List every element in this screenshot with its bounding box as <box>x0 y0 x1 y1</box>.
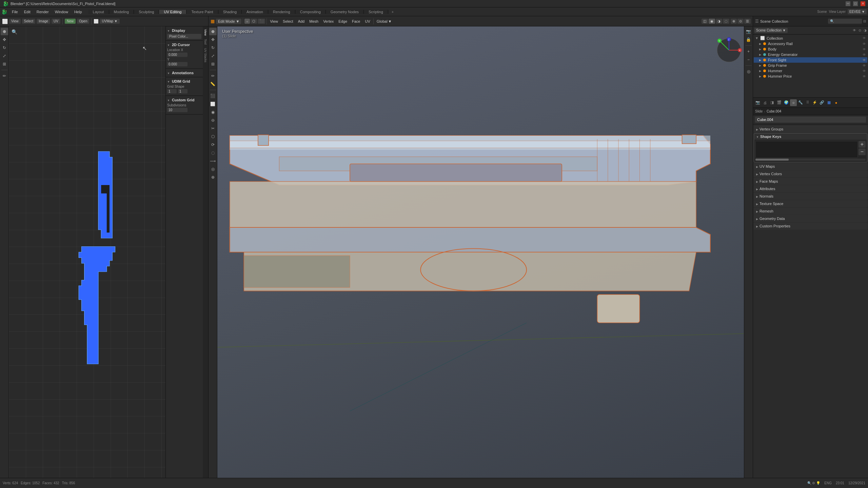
tab-uv-editing[interactable]: UV Editing <box>159 10 186 14</box>
collection-eye[interactable]: 👁 <box>863 36 866 40</box>
uv-uvstacks-tab[interactable]: UV Stacks <box>203 47 208 64</box>
uv-cursor-header[interactable]: 2D Cursor <box>167 42 201 47</box>
select-menu[interactable]: Select <box>281 19 295 24</box>
global-selector[interactable]: Global ▼ <box>375 19 394 24</box>
viewport-edge-slide-tool[interactable]: ⟶ <box>209 157 217 165</box>
tree-hummer-price[interactable]: ▶ Hummer Price 👁 <box>754 74 867 79</box>
eye-icon[interactable]: 👁 <box>853 28 856 32</box>
outliner-filter-btn[interactable]: ⊟ <box>863 19 866 23</box>
breadcrumb-object[interactable]: Cube.004 <box>767 109 781 113</box>
props-view-layer-tab[interactable]: ◨ <box>769 99 775 106</box>
uv-view-menu[interactable]: View <box>9 19 21 24</box>
tab-layout[interactable]: Layout <box>88 10 109 14</box>
viewport-poly-tool[interactable]: ⬡ <box>209 133 217 140</box>
uv-udim-header[interactable]: UDIM Grid <box>167 79 201 84</box>
collection-root[interactable]: ▼ ⬜ Collection 👁 <box>754 35 867 41</box>
props-world-tab[interactable]: 🌍 <box>783 99 790 106</box>
viewport-push-pull-tool[interactable]: ⊕ <box>209 174 217 181</box>
face-menu[interactable]: Face <box>350 19 362 24</box>
scene-collection-btn[interactable]: Scene Collection ▼ <box>754 28 788 33</box>
viewport-scale-tool[interactable]: ⤢ <box>209 52 217 60</box>
view-zoom-in-btn[interactable]: + <box>745 48 752 55</box>
shape-key-remove-btn[interactable]: − <box>859 148 866 155</box>
props-object-tab[interactable]: ○ <box>790 99 797 106</box>
vertex-select-btn[interactable]: ⬦ <box>244 19 250 24</box>
uv-select-menu[interactable]: Select <box>22 19 36 24</box>
view-local-btn[interactable]: ◎ <box>745 68 752 75</box>
eg-eye[interactable]: 👁 <box>863 53 866 57</box>
select-icon[interactable]: ⊙ <box>859 28 861 32</box>
gizmo-btn[interactable]: ⊕ <box>731 19 737 24</box>
face-select-btn[interactable]: ⬛ <box>258 19 265 24</box>
shape-key-add-btn[interactable]: + <box>859 141 866 148</box>
props-render-tab[interactable]: 📷 <box>754 99 761 106</box>
add-workspace-button[interactable]: + <box>388 10 397 14</box>
tree-grip-frame[interactable]: ▶ Grip Frame 👁 <box>754 63 867 68</box>
props-object-data-tab[interactable]: ▦ <box>826 99 832 106</box>
normals-header[interactable]: Normals <box>754 193 867 199</box>
viewport-cursor-tool[interactable]: ⊕ <box>209 28 217 35</box>
view-camera-btn[interactable]: 📷 <box>745 28 752 35</box>
view-zoom-out-btn[interactable]: − <box>745 56 752 63</box>
annotate-tool[interactable]: ✏ <box>1 72 8 80</box>
face-maps-header[interactable]: Face Maps <box>754 178 867 184</box>
cursor-y-input[interactable] <box>167 62 188 66</box>
shape-keys-header[interactable]: Shape Keys <box>754 134 867 140</box>
shape-keys-listbox[interactable] <box>755 141 858 158</box>
vertex-groups-header[interactable]: Vertex Groups <box>754 126 867 132</box>
tab-animation[interactable]: Animation <box>242 10 268 14</box>
uv-maps-header[interactable]: UV Maps <box>754 163 867 169</box>
breadcrumb-slide[interactable]: Slide <box>755 109 763 113</box>
tree-front-sight[interactable]: ▶ Front Sight 👁 <box>754 57 867 63</box>
uv-search-icon[interactable]: 🔍 <box>12 29 17 35</box>
viewport-loopcut-tool[interactable]: ⊖ <box>209 117 217 124</box>
tree-eye[interactable]: 👁 <box>863 42 866 46</box>
move-tool[interactable]: ✥ <box>1 36 8 43</box>
props-constraints-tab[interactable]: 🔗 <box>818 99 825 106</box>
scale-tool[interactable]: ⤢ <box>1 52 8 60</box>
pixel-color-button[interactable]: Pixel Color... <box>167 34 201 39</box>
menu-edit[interactable]: Edit <box>21 9 33 15</box>
viewport-measure-tool[interactable]: 📏 <box>209 80 217 88</box>
rotate-tool[interactable]: ↻ <box>1 44 8 52</box>
viewport-inset-tool[interactable]: ⬜ <box>209 100 217 108</box>
outliner-search[interactable] <box>828 19 862 24</box>
vertex-menu[interactable]: Vertex <box>321 19 335 24</box>
solid-btn[interactable]: ◉ <box>709 19 715 24</box>
wireframe-btn[interactable]: ◫ <box>702 19 708 24</box>
view-lock-btn[interactable]: 🔒 <box>745 36 752 43</box>
grid-shape-y-input[interactable] <box>178 89 188 94</box>
tree-accessory-rail[interactable]: ▶ Accessory Rail 👁 <box>754 41 867 46</box>
tree-body[interactable]: ▶ Body 👁 <box>754 46 867 52</box>
vertex-colors-header[interactable]: Vertex Colors <box>754 171 867 177</box>
props-particles-tab[interactable]: ⠿ <box>804 99 811 106</box>
custom-properties-header[interactable]: Custom Properties <box>754 223 867 229</box>
viewport-extrude-tool[interactable]: ⬛ <box>209 92 217 100</box>
uv-canvas[interactable]: ↖ 🔍 <box>9 26 165 478</box>
geometry-data-header[interactable]: Geometry Data <box>754 216 867 222</box>
props-physics-tab[interactable]: ⚡ <box>811 99 818 106</box>
object-name-input[interactable] <box>755 117 866 123</box>
tab-texture-paint[interactable]: Texture Paint <box>186 10 218 14</box>
view-menu[interactable]: View <box>268 19 280 24</box>
viewport-knife-tool[interactable]: ✂ <box>209 125 217 132</box>
uv-new-button[interactable]: New <box>65 19 76 24</box>
sk-scrollbar[interactable] <box>755 159 866 161</box>
viewport-move-tool[interactable]: ✥ <box>209 36 217 43</box>
tree-energy-generator[interactable]: ▶ Energy Generator 👁 <box>754 52 867 57</box>
viewport-spin-tool[interactable]: ⟳ <box>209 141 217 148</box>
tab-modeling[interactable]: Modeling <box>109 10 134 14</box>
props-scene-tab[interactable]: 🎬 <box>776 99 783 106</box>
engine-selector[interactable]: EEVEE ▼ <box>848 9 867 14</box>
edge-select-btn[interactable]: ⬡ <box>251 19 257 24</box>
mesh-menu[interactable]: Mesh <box>308 19 320 24</box>
hp-eye[interactable]: 👁 <box>863 75 866 78</box>
tab-rendering[interactable]: Rendering <box>268 10 295 14</box>
uv-uv-menu[interactable]: UV <box>52 19 60 24</box>
viewport-shrink-tool[interactable]: ◎ <box>209 165 217 173</box>
uv-view-tab[interactable]: View <box>203 28 208 37</box>
close-button[interactable]: ✕ <box>861 1 865 6</box>
tab-scripting[interactable]: Scripting <box>364 10 388 14</box>
viewport-transform-tool[interactable]: ⊞ <box>209 60 217 68</box>
cursor-x-input[interactable] <box>167 53 188 57</box>
